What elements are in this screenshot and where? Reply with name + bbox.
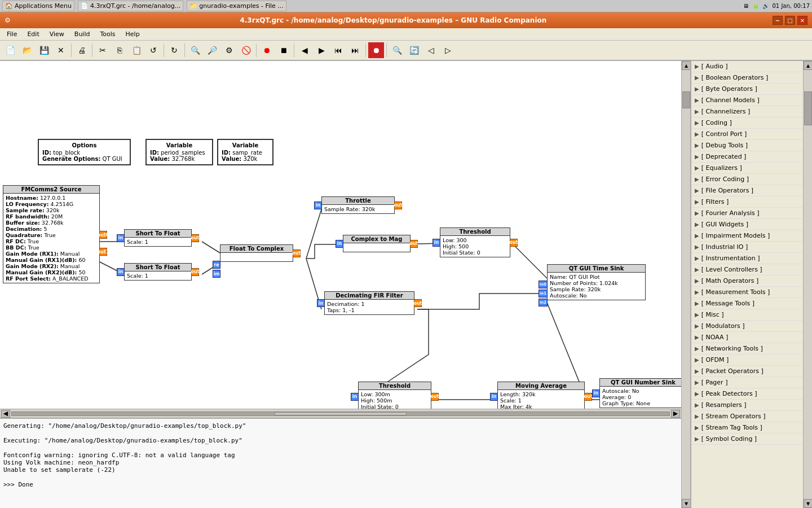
- new-button[interactable]: 📄: [2, 42, 18, 58]
- dfir-out[interactable]: out: [414, 299, 422, 307]
- moving-average[interactable]: Moving Average Length: 320k Scale: 1 Max…: [497, 382, 585, 409]
- menu-edit[interactable]: Edit: [23, 29, 43, 39]
- open-button[interactable]: 📂: [19, 42, 35, 58]
- panel-item-math[interactable]: ▶ [ Math Operators ]: [691, 275, 803, 287]
- vscroll-down[interactable]: ▼: [682, 499, 691, 508]
- panel-item-pager[interactable]: ▶ [ Pager ]: [691, 377, 803, 388]
- throttle-block[interactable]: Throttle Sample Rate: 320k in out: [321, 196, 395, 214]
- rpvscroll-down[interactable]: ▼: [804, 499, 812, 508]
- panel-item-stream[interactable]: ▶ [ Stream Operators ]: [691, 411, 803, 422]
- back-button[interactable]: ◀: [297, 42, 312, 58]
- taskbar-grc-file[interactable]: 📄 4.3rxQT.grc - /home/analog...: [78, 1, 183, 11]
- cut-button[interactable]: ✂: [95, 42, 111, 58]
- stop-button[interactable]: ⏹: [276, 42, 292, 58]
- panel-item-coding[interactable]: ▶ [ Coding ]: [691, 117, 803, 129]
- stf2-out[interactable]: out: [191, 268, 199, 276]
- panel-item-impairment[interactable]: ▶ [ Impairment Models ]: [691, 230, 803, 242]
- maximize-button[interactable]: □: [785, 16, 795, 25]
- find-button[interactable]: 🔍: [389, 42, 405, 58]
- copy-button[interactable]: ⎘: [112, 42, 127, 58]
- close-button[interactable]: ✕: [797, 16, 807, 25]
- qgts-in2[interactable]: in2: [539, 299, 548, 306]
- panel-item-file[interactable]: ▶ [ File Operators ]: [691, 185, 803, 196]
- panel-item-equalizers[interactable]: ▶ [ Equalizers ]: [691, 163, 803, 174]
- panel-item-byte[interactable]: ▶ [ Byte Operators ]: [691, 84, 803, 95]
- panel-item-noaa[interactable]: ▶ [ NOAA ]: [691, 332, 803, 343]
- redo-button[interactable]: ↻: [166, 42, 182, 58]
- thr2-out[interactable]: out: [431, 393, 439, 401]
- right-panel-vscroll[interactable]: ▲ ▼: [803, 61, 812, 508]
- main-vscroll[interactable]: ▲ ▼: [681, 61, 690, 508]
- panel-item-gui[interactable]: ▶ [ GUI Widgets ]: [691, 219, 803, 230]
- panel-item-resamplers[interactable]: ▶ [ Resamplers ]: [691, 400, 803, 411]
- panel-item-control[interactable]: ▶ [ Control Port ]: [691, 129, 803, 140]
- save-button[interactable]: 💾: [36, 42, 52, 58]
- ctm-in[interactable]: in: [336, 240, 343, 248]
- panel-item-level[interactable]: ▶ [ Level Controllers ]: [691, 264, 803, 275]
- disable-button[interactable]: 🚫: [238, 42, 254, 58]
- zoom-out-button[interactable]: 🔎: [204, 42, 220, 58]
- qgts-in0[interactable]: in0: [539, 281, 548, 288]
- ctm-out[interactable]: out: [410, 240, 418, 248]
- panel-item-networking[interactable]: ▶ [ Networking Tools ]: [691, 343, 803, 354]
- panel-item-packet[interactable]: ▶ [ Packet Operators ]: [691, 366, 803, 377]
- undo-button[interactable]: ↺: [145, 42, 161, 58]
- thr1-in[interactable]: in: [433, 239, 440, 247]
- ftc-re[interactable]: re: [213, 261, 220, 269]
- panel-item-fourier[interactable]: ▶ [ Fourier Analysis ]: [691, 208, 803, 219]
- forward-button[interactable]: ▶: [314, 42, 329, 58]
- paste-button[interactable]: 📋: [129, 42, 144, 58]
- complex-to-mag[interactable]: Complex to Mag in out: [343, 235, 411, 252]
- qt-gui-time-sink[interactable]: QT GUI Time Sink Name: QT GUI Plot Numbe…: [547, 264, 646, 300]
- panel-item-channelizers[interactable]: ▶ [ Channelizers ]: [691, 106, 803, 117]
- panel-item-error[interactable]: ▶ [ Error Coding ]: [691, 174, 803, 185]
- taskbar-file-manager[interactable]: 📁 gnuradio-examples - File ...: [187, 1, 286, 11]
- record-button[interactable]: ⏺: [368, 42, 384, 58]
- variable-block-1[interactable]: Variable ID: period_samples Value: 32.76…: [145, 139, 213, 165]
- mavg-out[interactable]: out: [584, 393, 592, 401]
- fmcomms2-out0[interactable]: out0: [99, 231, 107, 239]
- stf1-out[interactable]: out: [191, 234, 199, 242]
- rpvscroll-track[interactable]: [804, 70, 812, 499]
- menu-file[interactable]: File: [2, 29, 21, 39]
- vscroll-up[interactable]: ▲: [682, 61, 691, 70]
- mavg-in[interactable]: in: [490, 393, 498, 401]
- options-block[interactable]: Options ID: top_block Generate Options: …: [38, 139, 131, 165]
- menu-view[interactable]: View: [45, 29, 69, 39]
- vscroll-track[interactable]: [682, 70, 690, 499]
- threshold-1[interactable]: Threshold Low: 300 High: 500 Initial Sta…: [440, 227, 510, 257]
- short-to-float-2[interactable]: Short To Float Scale: 1 in out: [124, 263, 192, 281]
- dfir-in[interactable]: in: [317, 299, 325, 307]
- fmcomms2-out1[interactable]: out1: [99, 248, 107, 256]
- menu-build[interactable]: Build: [70, 29, 95, 39]
- close-button-tb[interactable]: ✕: [53, 42, 69, 58]
- fmcomms2-source-block[interactable]: FMComms2 Source Hostname: 127.0.0.1 LO F…: [3, 185, 100, 283]
- panel-item-channel[interactable]: ▶ [ Channel Models ]: [691, 95, 803, 106]
- rpvscroll-up[interactable]: ▲: [804, 61, 812, 70]
- panel-item-modulators[interactable]: ▶ [ Modulators ]: [691, 321, 803, 332]
- stf1-in[interactable]: in: [117, 234, 125, 242]
- panel-item-instrumentation[interactable]: ▶ [ Instrumentation ]: [691, 253, 803, 264]
- ftc-out[interactable]: out: [293, 249, 301, 257]
- menu-help[interactable]: Help: [121, 29, 144, 39]
- panel-item-filters[interactable]: ▶ [ Filters ]: [691, 196, 803, 208]
- panel-item-misc[interactable]: ▶ [ Misc ]: [691, 309, 803, 321]
- flow-canvas[interactable]: Options ID: top_block Generate Options: …: [0, 61, 681, 409]
- float-to-complex[interactable]: Float To Complex re im out: [220, 244, 293, 262]
- panel-item-boolean[interactable]: ▶ [ Boolean Operators ]: [691, 72, 803, 84]
- vscroll-thumb[interactable]: [682, 91, 690, 108]
- decimating-fir[interactable]: Decimating FIR Filter Decimation: 1 Taps…: [324, 291, 414, 315]
- zoom-in-button[interactable]: 🔍: [187, 42, 203, 58]
- beginning-button[interactable]: ⏮: [330, 42, 346, 58]
- panel-item-deprecated[interactable]: ▶ [ Deprecated ]: [691, 151, 803, 163]
- panel-item-industrial[interactable]: ▶ [ Industrial IO ]: [691, 242, 803, 253]
- taskbar-apps-menu[interactable]: 🏠 Applications Menu: [2, 1, 74, 11]
- panel-item-audio[interactable]: ▶ [ Audio ]: [691, 61, 803, 72]
- qgts-in1[interactable]: in1: [539, 290, 548, 297]
- hscroll-track[interactable]: [11, 411, 670, 416]
- panel-item-message[interactable]: ▶ [ Message Tools ]: [691, 298, 803, 309]
- hscroll-right[interactable]: ▶: [671, 410, 680, 418]
- thr2-in[interactable]: in: [351, 393, 359, 401]
- panel-item-peak[interactable]: ▶ [ Peak Detectors ]: [691, 388, 803, 400]
- arrow-right-button[interactable]: ▷: [440, 42, 456, 58]
